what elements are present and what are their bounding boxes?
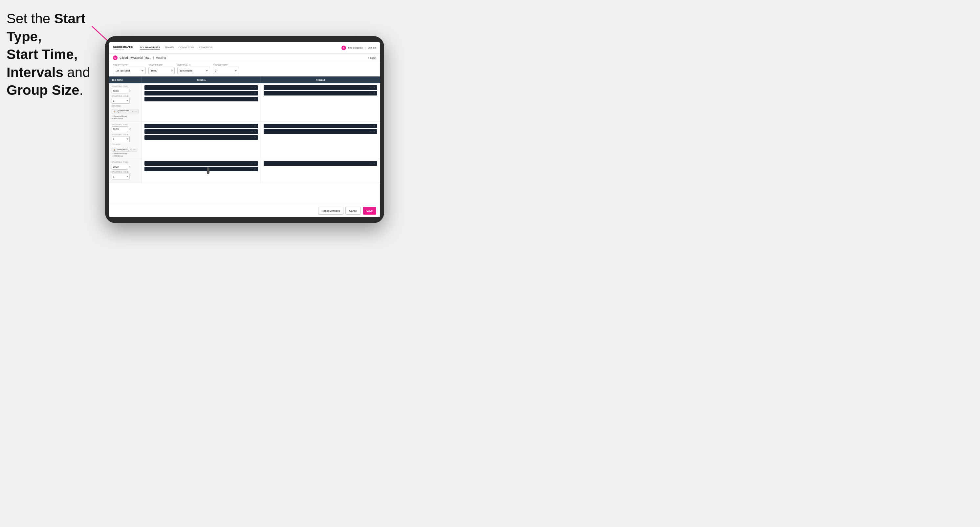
nav-tab-rankings[interactable]: RANKINGS <box>199 45 212 50</box>
player-dots[interactable]: ⋯ <box>370 130 372 133</box>
team2-cell-2: ⋯ ✕ ⋯ ✕ <box>261 122 380 159</box>
player-row-1-3: ⋯ ✕ <box>145 97 258 102</box>
player-row-4-2: ⋯ ✕ <box>264 129 377 134</box>
group-size-group: Group Size 2 3 4 5 <box>213 64 239 74</box>
player-remove[interactable]: ✕ <box>254 98 256 100</box>
start-type-group: Start Type 1st Tee Start Shotgun Start <box>113 64 146 74</box>
tee-time-cell-3: STARTING TIME: ⏱ STARTING HOLE: 123 <box>109 159 142 183</box>
clock-icon-3: ⏱ <box>129 166 131 168</box>
start-time-input-wrapper: ⏱ <box>148 67 175 74</box>
start-type-label: Start Type <box>113 64 146 66</box>
controls-row: Start Type 1st Tee Start Shotgun Start S… <box>109 62 380 76</box>
save-button[interactable]: Save <box>363 207 376 214</box>
starting-time-input-3[interactable] <box>111 164 128 170</box>
player-remove[interactable]: ✕ <box>254 92 256 95</box>
cancel-button[interactable]: Cancel <box>345 207 361 214</box>
intervals-group: Intervals 5 Minutes 10 Minutes 15 Minute… <box>177 64 210 74</box>
player-dots[interactable]: ⋯ <box>250 98 253 100</box>
add-group-1[interactable]: + Add Group <box>111 117 139 119</box>
remove-group-2[interactable]: ○ Remove Group <box>111 152 139 154</box>
tee-time-cell-2: STARTING TIME: ⏱ STARTING HOLE: 123 COUR… <box>109 122 142 159</box>
player-row-6-1: ⋯ ✕ <box>264 161 377 166</box>
player-remove[interactable]: ✕ <box>254 86 256 89</box>
course-edit-2[interactable]: ⋯ <box>133 148 135 151</box>
player-dots[interactable]: ⋯ <box>250 136 253 139</box>
course-remove-1[interactable]: ✕ <box>132 110 134 113</box>
team2-cell-1: ⋯ ✕ ⋯ ✕ <box>261 83 380 121</box>
player-row-2-1: ⋯ ✕ <box>264 85 377 90</box>
player-remove[interactable]: ✕ <box>254 136 256 139</box>
player-remove[interactable]: ✕ <box>373 130 375 133</box>
player-remove[interactable]: ✕ <box>254 125 256 127</box>
nav-tabs: TOURNAMENTS TEAMS COMMITTEE RANKINGS <box>140 45 342 50</box>
player-remove[interactable]: ✕ <box>254 162 256 165</box>
team1-cell-3: ⋯ ✕ ⋯ ✕ <box>142 159 261 183</box>
player-row-1-2: ⋯ ✕ <box>145 91 258 95</box>
player-row-3-3: ⋯ ✕ <box>145 135 258 140</box>
back-button[interactable]: Back <box>368 56 376 59</box>
instruction-text: Set the Start Type,Start Time,Intervals … <box>6 10 111 99</box>
th-team1: Team 1 <box>142 76 261 83</box>
clock-icon-1: ⏱ <box>129 90 131 92</box>
nav-tab-teams[interactable]: TEAMS <box>165 45 174 50</box>
nav-user: B blair@clippd.io | Sign out <box>342 46 376 50</box>
player-remove[interactable]: ✕ <box>373 86 375 89</box>
player-row-3-1: ⋯ ✕ <box>145 124 258 128</box>
player-remove[interactable]: ✕ <box>254 130 256 133</box>
starting-hole-select-2[interactable]: 123 <box>111 136 130 142</box>
nav-tab-tournaments[interactable]: TOURNAMENTS <box>140 45 160 50</box>
bold-start-type: Start Type,Start Time,Intervals <box>6 11 85 80</box>
intervals-select[interactable]: 5 Minutes 10 Minutes 15 Minutes <box>177 67 210 74</box>
clock-icon-2: ⏱ <box>129 128 131 130</box>
player-dots[interactable]: ⋯ <box>250 92 253 95</box>
action-links-2: ○ Remove Group + Add Group <box>111 152 139 157</box>
course-tag-2: 🏌 East Lake GC ✕ ⋯ <box>111 148 137 152</box>
group-row-3: STARTING TIME: ⏱ STARTING HOLE: 123 ⋯ <box>109 159 380 183</box>
remove-group-1[interactable]: ○ Remove Group <box>111 115 139 117</box>
player-remove[interactable]: ✕ <box>373 92 375 95</box>
player-remove[interactable]: ✕ <box>373 162 375 165</box>
team1-cell-2: ⋯ ✕ ⋯ ✕ ⋯ ✕ <box>142 122 261 159</box>
player-remove[interactable]: ✕ <box>373 125 375 127</box>
breadcrumb-title: Clippd Invitational (Ma... <box>119 56 151 59</box>
player-dots[interactable]: ⋯ <box>370 86 372 89</box>
player-dots[interactable]: ⋯ <box>250 86 253 89</box>
group-size-select[interactable]: 2 3 4 5 <box>213 67 239 74</box>
player-row-1-1: ⋯ ✕ <box>145 85 258 90</box>
bold-group-size: Group Size <box>6 83 80 98</box>
player-dots[interactable]: ⋯ <box>250 125 253 127</box>
team1-cell-1: ⋯ ✕ ⋯ ✕ ⋯ ✕ <box>142 83 261 121</box>
player-row-5-2: ⋯ ✕ <box>145 167 258 171</box>
course-remove-2[interactable]: ✕ <box>130 148 132 151</box>
group-row-1: STARTING TIME: ⏱ STARTING HOLE: 123 COUR… <box>109 83 380 122</box>
player-dots[interactable]: ⋯ <box>370 125 372 127</box>
add-group-2[interactable]: + Add Group <box>111 155 139 157</box>
player-dots[interactable]: ⋯ <box>250 130 253 133</box>
player-dots[interactable]: ⋯ <box>370 162 372 165</box>
reset-button[interactable]: Reset Changes <box>318 207 344 214</box>
starting-time-input-2[interactable] <box>111 126 128 132</box>
breadcrumb-bar: C Clippd Invitational (Ma... | Hosting B… <box>109 54 380 62</box>
breadcrumb-logo: C <box>113 56 118 60</box>
tee-time-cell-1: STARTING TIME: ⏱ STARTING HOLE: 123 COUR… <box>109 83 142 121</box>
tablet-frame: SCOREBOARD Powered by clipp... TOURNAMEN… <box>105 36 384 223</box>
nav-logo: SCOREBOARD Powered by clipp... <box>113 46 133 50</box>
main-content: Tee Time Team 1 Team 2 STARTING TIME: ⏱ … <box>109 76 380 204</box>
player-dots[interactable]: ⋯ <box>370 92 372 95</box>
user-avatar: B <box>342 46 346 50</box>
table-header: Tee Time Team 1 Team 2 <box>109 76 380 83</box>
nav-tab-committee[interactable]: COMMITTEE <box>178 45 194 50</box>
starting-hole-select-1[interactable]: 123 <box>111 98 130 104</box>
player-remove[interactable]: ✕ <box>254 168 256 170</box>
action-links-1: ○ Remove Group + Add Group <box>111 115 139 119</box>
breadcrumb-left: C Clippd Invitational (Ma... | Hosting <box>113 56 166 60</box>
th-team2: Team 2 <box>261 76 380 83</box>
player-dots[interactable]: ⋯ <box>250 162 253 165</box>
player-dots[interactable]: ⋯ <box>250 168 253 170</box>
start-type-select[interactable]: 1st Tee Start Shotgun Start <box>113 67 146 74</box>
starting-time-input-1[interactable] <box>111 88 128 94</box>
course-edit-1[interactable]: ⋯ <box>135 110 137 113</box>
start-time-input[interactable] <box>148 67 175 74</box>
starting-hole-select-3[interactable]: 123 <box>111 174 130 179</box>
sign-out-link[interactable]: Sign out <box>368 47 376 49</box>
